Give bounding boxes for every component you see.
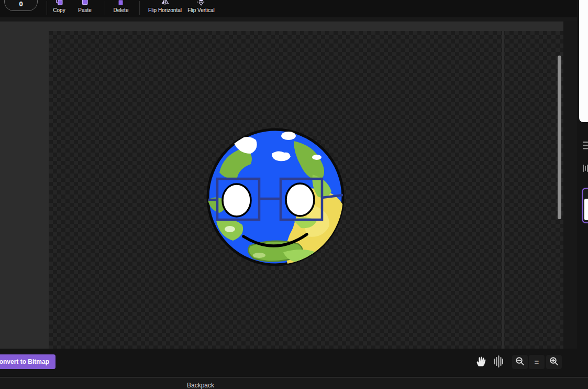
zoom-in-button[interactable]	[546, 355, 562, 369]
paint-toolbar: 0 Copy Paste	[0, 0, 577, 17]
canvas-edge-line	[502, 31, 504, 349]
delete-button[interactable]: Delete	[114, 0, 129, 13]
number-input-value: 0	[19, 0, 23, 8]
ruler-lines-icon[interactable]	[493, 355, 503, 368]
paste-button[interactable]: Paste	[78, 0, 92, 13]
delete-label: Delete	[114, 7, 129, 13]
flip-vertical-icon	[196, 0, 206, 6]
cropped-panel-icon-1[interactable]	[582, 141, 588, 152]
copy-label: Copy	[53, 7, 65, 13]
sprite-thumbnail	[584, 199, 588, 220]
toolbar-separator	[47, 1, 47, 15]
toolbar-separator	[139, 1, 140, 15]
zoom-in-icon	[549, 356, 559, 368]
flip-vertical-label: Flip Vertical	[187, 7, 215, 13]
costume-artwork-earth[interactable]	[205, 126, 346, 268]
copy-button[interactable]: Copy	[53, 0, 65, 13]
copy-icon	[54, 0, 64, 6]
toolbar-divider	[0, 17, 577, 21]
zoom-out-button[interactable]	[512, 355, 528, 369]
paste-icon	[80, 0, 90, 6]
paste-label: Paste	[78, 7, 92, 13]
paint-editor-window: 0 Copy Paste	[0, 0, 588, 389]
trash-icon	[116, 0, 126, 6]
stage-panel-edge	[579, 0, 588, 122]
cropped-panel-icon-2[interactable]	[582, 164, 588, 175]
canvas-right-margin	[563, 21, 577, 349]
toolbar-separator	[105, 1, 105, 15]
number-input[interactable]: 0	[4, 0, 38, 11]
pan-hand-icon[interactable]	[474, 355, 488, 368]
backpack-bar[interactable]: Backpack	[0, 377, 588, 389]
flip-horizontal-button[interactable]: Flip Horizontal	[148, 0, 182, 13]
convert-to-bitmap-button[interactable]: Convert to Bitmap	[0, 354, 56, 369]
zoom-out-icon	[515, 356, 525, 368]
zoom-reset-label: =	[535, 358, 539, 366]
backpack-label: Backpack	[187, 382, 214, 389]
canvas-vertical-scrollbar[interactable]	[558, 56, 561, 219]
flip-horizontal-icon	[160, 0, 170, 6]
flip-vertical-button[interactable]: Flip Vertical	[187, 0, 215, 13]
flip-horizontal-label: Flip Horizontal	[148, 7, 182, 13]
zoom-reset-button[interactable]: =	[529, 355, 545, 369]
